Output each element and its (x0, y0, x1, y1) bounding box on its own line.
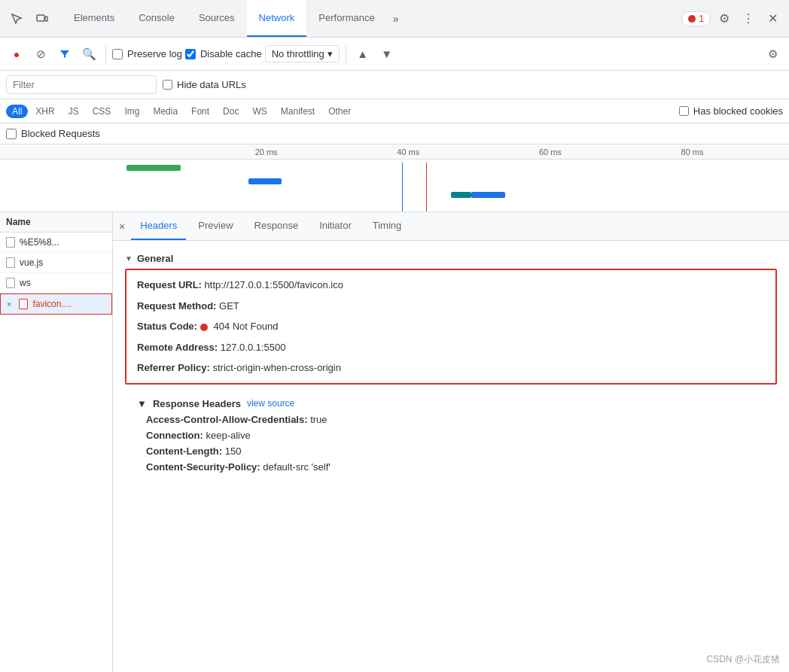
stop-icon: ⊘ (36, 47, 46, 61)
type-btn-css[interactable]: CSS (87, 105, 117, 118)
detail-tabs: × Headers Preview Response Initiator Tim… (113, 212, 789, 241)
tick-80ms: 80 ms (681, 147, 704, 157)
error-badge[interactable]: 1 (681, 11, 711, 26)
detail-tab-initiator[interactable]: Initiator (310, 212, 361, 240)
tab-sources[interactable]: Sources (187, 0, 247, 37)
detail-close-icon[interactable]: × (119, 220, 125, 233)
tick-60ms: 60 ms (539, 147, 562, 157)
tab-performance[interactable]: Performance (306, 0, 386, 37)
timeline-ruler: 20 ms 40 ms 60 ms 80 ms 100 ms (0, 144, 789, 160)
general-section-box: Request URL: http://127.0.0.1:5500/favic… (125, 269, 777, 385)
preserve-log-checkbox[interactable] (112, 49, 123, 59)
search-button[interactable]: 🔍 (78, 44, 99, 65)
search-icon: 🔍 (82, 47, 96, 61)
blocked-requests-row: Blocked Requests (0, 123, 789, 144)
tab-more-icon[interactable]: » (387, 13, 405, 25)
tab-bar: Elements Console Sources Network Perform… (0, 0, 789, 38)
tab-elements[interactable]: Elements (62, 0, 126, 37)
response-headers-title: ▼ Response Headers view source (137, 394, 765, 414)
import-button[interactable]: ▲ (352, 44, 373, 65)
type-btn-all[interactable]: All (6, 105, 28, 118)
more-options-icon[interactable]: ⋮ (738, 8, 759, 29)
status-code-row: Status Code: 404 Not Found (137, 319, 765, 334)
timeline-rows (0, 163, 789, 212)
detail-tab-preview[interactable]: Preview (189, 212, 242, 240)
filter-toggle-icon[interactable] (54, 44, 75, 65)
detail-tab-response[interactable]: Response (245, 212, 308, 240)
detail-tab-headers[interactable]: Headers (131, 212, 186, 240)
timeline-row-1 (113, 163, 789, 173)
detail-panel: × Headers Preview Response Initiator Tim… (113, 212, 789, 672)
record-icon: ● (14, 48, 20, 60)
status-error-dot-icon (200, 324, 208, 331)
type-btn-xhr[interactable]: XHR (29, 105, 60, 118)
settings-gear-icon[interactable]: ⚙ (714, 8, 735, 29)
file-list-header: Name (0, 212, 112, 233)
timeline-bar-3a (451, 192, 471, 198)
resp-row-2: Connection: keep-alive (137, 430, 765, 441)
svg-rect-1 (45, 17, 47, 21)
request-url-row: Request URL: http://127.0.0.1:5500/favic… (137, 278, 765, 293)
tab-network[interactable]: Network (247, 0, 307, 37)
vline-blue (402, 163, 403, 212)
timeline-row-3 (113, 190, 789, 200)
filter-row: Hide data URLs (0, 71, 789, 99)
blocked-requests-checkbox[interactable] (6, 129, 17, 139)
hide-data-urls-label[interactable]: Hide data URLs (163, 79, 246, 90)
disable-cache-checkbox[interactable] (185, 49, 196, 59)
tab-console[interactable]: Console (126, 0, 187, 37)
devtools-icons (6, 8, 53, 29)
device-toggle-icon[interactable] (32, 8, 53, 29)
type-btn-media[interactable]: Media (147, 105, 184, 118)
type-btn-js[interactable]: JS (62, 105, 85, 118)
file-icon-3 (6, 278, 15, 288)
inspect-element-icon[interactable] (6, 8, 27, 29)
filter-input[interactable] (6, 75, 157, 94)
network-toolbar: ● ⊘ 🔍 Preserve log Disable cache No thro… (0, 38, 789, 71)
watermark: CSDN @小花皮猪 (706, 653, 780, 666)
detail-tab-timing[interactable]: Timing (364, 212, 411, 240)
disable-cache-label[interactable]: Disable cache (185, 48, 262, 59)
preserve-log-label[interactable]: Preserve log (112, 48, 182, 59)
export-button[interactable]: ▼ (376, 44, 398, 65)
tick-40ms: 40 ms (397, 147, 419, 157)
network-settings-icon[interactable]: ⚙ (762, 44, 783, 65)
timeline-bar-1 (126, 165, 181, 171)
timeline-bar-3b (471, 192, 505, 198)
has-blocked-cookies-label[interactable]: Has blocked cookies (679, 105, 783, 117)
has-blocked-cookies-checkbox[interactable] (679, 106, 689, 116)
hide-data-urls-checkbox[interactable] (163, 80, 172, 90)
file-item-favicon[interactable]: × favicon.... (0, 293, 112, 315)
upload-icon: ▲ (357, 47, 368, 60)
file-item-1[interactable]: %E5%8... (0, 233, 112, 253)
blocked-requests-label[interactable]: Blocked Requests (6, 128, 100, 139)
file-list: Name %E5%8... vue.js ws × favicon.... (0, 212, 113, 672)
download-icon: ▼ (381, 47, 392, 60)
close-devtools-icon[interactable]: ✕ (762, 8, 783, 29)
throttle-select[interactable]: No throttling ▾ (265, 45, 340, 62)
close-selected-icon[interactable]: × (7, 300, 11, 309)
clear-button[interactable]: ⊘ (30, 44, 51, 65)
type-btn-doc[interactable]: Doc (217, 105, 245, 118)
type-btn-font[interactable]: Font (185, 105, 215, 118)
tab-bar-right: 1 ⚙ ⋮ ✕ (681, 8, 783, 29)
type-btn-manifest[interactable]: Manifest (275, 105, 321, 118)
main-area: Name %E5%8... vue.js ws × favicon.... × … (0, 212, 789, 672)
response-headers-section: ▼ Response Headers view source Access-Co… (125, 394, 777, 473)
general-triangle-icon: ▼ (125, 254, 133, 263)
view-source-link[interactable]: view source (247, 398, 294, 409)
response-triangle-icon: ▼ (137, 398, 147, 409)
file-icon-favicon (19, 299, 28, 309)
svg-rect-0 (37, 15, 44, 21)
vline-red (426, 163, 427, 212)
separator-1 (105, 45, 106, 63)
record-button[interactable]: ● (6, 44, 27, 65)
type-btn-img[interactable]: Img (118, 105, 145, 118)
type-btn-ws[interactable]: WS (246, 105, 273, 118)
main-tabs: Elements Console Sources Network Perform… (62, 0, 681, 37)
separator-2 (346, 45, 346, 63)
file-item-2[interactable]: vue.js (0, 253, 112, 273)
file-item-3[interactable]: ws (0, 273, 112, 293)
type-btn-other[interactable]: Other (322, 105, 357, 118)
request-method-row: Request Method: GET (137, 299, 765, 314)
